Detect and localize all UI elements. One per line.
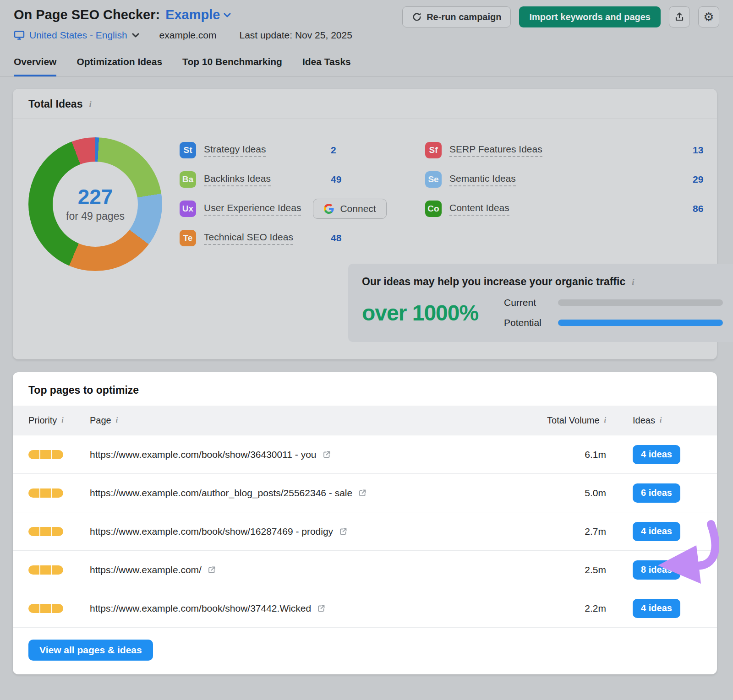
info-icon[interactable]: i: [660, 416, 662, 424]
priority-indicator: [28, 488, 63, 498]
ideas-column-header: Ideas: [633, 415, 655, 426]
locale-label: United States - English: [29, 30, 127, 41]
info-icon[interactable]: i: [632, 277, 634, 287]
connect-label: Connect: [340, 203, 376, 214]
view-all-pages-button[interactable]: View all pages & ideas: [28, 640, 153, 661]
potential-traffic-bar: [558, 320, 723, 326]
idea-category-row: Te Technical SEO Ideas 48: [180, 223, 422, 253]
last-update: Last update: Nov 25, 2025: [240, 30, 352, 41]
priority-indicator: [28, 527, 63, 536]
idea-category-row: Se Semantic Ideas 29: [425, 165, 733, 194]
total-volume: 2.7m: [585, 526, 606, 537]
info-icon[interactable]: i: [89, 99, 91, 109]
top-pages-card: Top pages to optimize Priority i Page i …: [13, 372, 717, 674]
ideas-count-button-highlighted[interactable]: 8 ideas: [633, 560, 680, 580]
semantic-badge-icon: Se: [425, 171, 442, 188]
backlinks-ideas-link[interactable]: Backlinks Ideas: [204, 173, 271, 186]
info-icon[interactable]: i: [116, 416, 118, 424]
priority-indicator: [28, 565, 63, 575]
total-ideas-pages: for 49 pages: [66, 210, 125, 222]
serp-features-badge-icon: Sf: [425, 142, 442, 158]
backlinks-ideas-count: 49: [331, 174, 422, 185]
info-icon[interactable]: i: [604, 416, 606, 424]
semantic-ideas-link[interactable]: Semantic Ideas: [449, 173, 516, 186]
project-selector[interactable]: Example: [165, 7, 231, 22]
external-link-icon[interactable]: [317, 604, 326, 613]
technical-seo-ideas-link[interactable]: Technical SEO Ideas: [204, 232, 293, 245]
technical-seo-ideas-count: 48: [331, 233, 422, 244]
tab-top10-benchmarking[interactable]: Top 10 Benchmarking: [182, 56, 282, 76]
current-traffic-bar: [558, 299, 723, 306]
priority-indicator: [28, 450, 63, 459]
traffic-increase-highlight: over 1000%: [362, 300, 504, 326]
connect-google-button[interactable]: Connect: [313, 199, 386, 219]
import-keywords-button[interactable]: Import keywords and pages: [519, 6, 661, 27]
serp-features-ideas-count: 13: [693, 145, 733, 156]
total-ideas-card: Total Ideas i 227 for 49 pages St Strate…: [13, 89, 717, 359]
locale-selector[interactable]: United States - English: [14, 30, 139, 41]
ideas-count-button[interactable]: 4 ideas: [633, 599, 680, 618]
potential-label: Potential: [504, 317, 558, 328]
idea-category-row: Ba Backlinks Ideas 49: [180, 165, 422, 194]
page-url: https://www.example.com/book/show/162874…: [90, 526, 348, 537]
content-badge-icon: Co: [425, 201, 442, 217]
strategy-badge-icon: St: [180, 142, 196, 158]
strategy-ideas-link[interactable]: Strategy Ideas: [204, 144, 266, 157]
chevron-down-icon: [224, 13, 231, 17]
page-url: https://www.example.com/author_blog_post…: [90, 488, 367, 499]
export-icon: [674, 11, 685, 22]
project-name: Example: [165, 7, 220, 22]
external-link-icon[interactable]: [339, 527, 348, 536]
tab-overview[interactable]: Overview: [14, 56, 56, 76]
organic-traffic-panel: Our ideas may help you increase your org…: [348, 264, 733, 342]
external-link-icon[interactable]: [358, 488, 367, 498]
priority-column-header: Priority: [28, 415, 57, 426]
top-pages-title: Top pages to optimize: [13, 372, 717, 406]
strategy-ideas-count: 2: [331, 145, 422, 156]
ideas-count-button[interactable]: 4 ideas: [633, 445, 680, 464]
table-row: https://www.example.com/book/show/162874…: [13, 512, 717, 550]
tab-optimization-ideas[interactable]: Optimization Ideas: [77, 56, 162, 76]
content-ideas-link[interactable]: Content Ideas: [449, 202, 509, 216]
potential-traffic-row: Potential 19.2m: [504, 317, 733, 328]
settings-button[interactable]: ⚙: [698, 6, 719, 27]
table-row: https://www.example.com/book/show/364300…: [13, 435, 717, 473]
device-desktop-icon: [14, 30, 25, 40]
table-row: https://www.example.com/ 2.5m 8 ideas: [13, 550, 717, 589]
page-title: On Page SEO Checker:: [14, 7, 160, 22]
tab-idea-tasks[interactable]: Idea Tasks: [302, 56, 351, 76]
backlinks-badge-icon: Ba: [180, 171, 196, 188]
rerun-campaign-button[interactable]: Re-run campaign: [402, 6, 511, 27]
total-volume: 6.1m: [585, 449, 606, 460]
export-button[interactable]: [669, 6, 690, 27]
page-url: https://www.example.com/book/show/364300…: [90, 449, 331, 460]
gear-icon: ⚙: [703, 11, 714, 23]
priority-indicator: [28, 604, 63, 613]
user-experience-badge-icon: Ux: [180, 201, 196, 217]
external-link-icon[interactable]: [207, 565, 216, 575]
current-traffic-row: Current 52.9k: [504, 297, 733, 308]
page-header: On Page SEO Checker: Example Re-run camp…: [0, 0, 733, 41]
idea-category-row: Co Content Ideas 86: [425, 194, 733, 223]
page-url: https://www.example.com/: [90, 564, 216, 575]
current-label: Current: [504, 297, 558, 308]
technical-seo-badge-icon: Te: [180, 230, 196, 246]
ideas-count-button[interactable]: 6 ideas: [633, 483, 680, 503]
table-header: Priority i Page i Total Volume i Ideas i: [13, 406, 717, 435]
table-row: https://www.example.com/book/show/37442.…: [13, 589, 717, 627]
semantic-ideas-count: 29: [693, 174, 733, 185]
page-url: https://www.example.com/book/show/37442.…: [90, 603, 326, 614]
idea-category-row: Sf SERP Features Ideas 13: [425, 136, 733, 165]
info-icon[interactable]: i: [61, 416, 63, 424]
external-link-icon[interactable]: [322, 450, 331, 459]
total-volume: 2.2m: [585, 603, 606, 614]
serp-features-ideas-link[interactable]: SERP Features Ideas: [449, 144, 542, 157]
page-column-header: Page: [90, 415, 111, 426]
content-ideas-count: 86: [693, 203, 733, 214]
user-experience-ideas-link[interactable]: User Experience Ideas: [204, 202, 301, 216]
volume-column-header: Total Volume: [547, 415, 600, 426]
refresh-icon: [412, 12, 422, 22]
ideas-count-button[interactable]: 4 ideas: [633, 522, 680, 541]
total-volume: 2.5m: [585, 564, 606, 575]
idea-category-row: St Strategy Ideas 2: [180, 136, 422, 165]
